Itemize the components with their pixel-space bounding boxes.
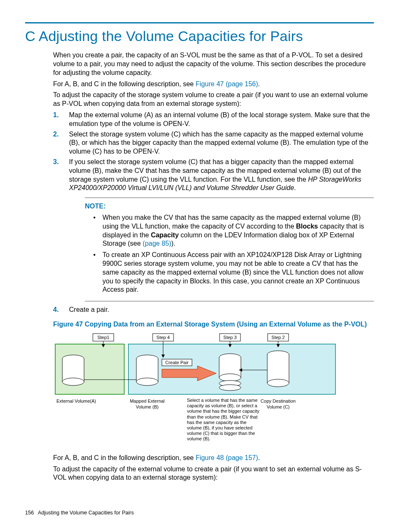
fig-step2-label: Step 2 bbox=[271, 335, 285, 340]
step-1-marker: 1. bbox=[53, 111, 59, 120]
fig-step1-label: Step1 bbox=[97, 335, 110, 340]
note-bullet-2: To create an XP Continuous Access pair w… bbox=[85, 251, 374, 294]
page-85-link[interactable]: (page 85) bbox=[143, 240, 171, 247]
note-bullet-1: When you make the CV that has the same c… bbox=[85, 213, 374, 248]
svg-rect-32 bbox=[267, 355, 289, 383]
nb1-blocks: Blocks bbox=[296, 223, 318, 230]
footer-page-number: 156 bbox=[25, 510, 34, 516]
figure-47-diagram: Step1 Step 4 Step 3 Step 2 bbox=[53, 332, 338, 449]
step-2-marker: 2. bbox=[53, 130, 59, 139]
adjust-capacity-intro-1: To adjust the capacity of the storage sy… bbox=[53, 91, 374, 108]
footer-text: Adjusting the Volume Capacities for Pair… bbox=[38, 510, 134, 516]
fig-step3-label: Step 3 bbox=[223, 335, 237, 340]
step-1-text: Map the external volume (A) as an intern… bbox=[69, 111, 370, 127]
note-bullets: When you make the CV that has the same c… bbox=[85, 213, 374, 294]
see2-pre: For A, B, and C in the following descrip… bbox=[53, 454, 196, 461]
see1-pre: For A, B, and C in the following descrip… bbox=[53, 80, 196, 87]
fig-copy-dest-1: Copy Destination bbox=[261, 398, 296, 403]
fig-step4-label: Step 4 bbox=[156, 335, 170, 340]
step-3-marker: 3. bbox=[53, 158, 59, 167]
fig-mapped-b-1: Mapped External bbox=[130, 398, 164, 403]
nb1-capacity: Capacity bbox=[151, 231, 179, 239]
note-block: NOTE: When you make the CV that has the … bbox=[85, 198, 374, 301]
procedure-list: 1. Map the external volume (A) as an int… bbox=[53, 111, 374, 314]
note-heading: NOTE: bbox=[85, 202, 374, 211]
step-3: 3. If you select the storage system volu… bbox=[53, 158, 374, 301]
step-4-text: Create a pair. bbox=[69, 306, 109, 313]
see-figure-47: For A, B, and C in the following descrip… bbox=[53, 80, 374, 89]
step-4: 4. Create a pair. bbox=[53, 306, 374, 314]
page-footer: 156 Adjusting the Volume Capacities for … bbox=[25, 509, 134, 516]
svg-point-18 bbox=[62, 378, 84, 386]
step-4-marker: 4. bbox=[53, 306, 59, 314]
fig-mapped-b-2: Volume (B) bbox=[136, 404, 159, 409]
page-title: C Adjusting the Volume Capacities for Pa… bbox=[25, 27, 374, 45]
see-figure-48: For A, B, and C in the following descrip… bbox=[53, 454, 374, 463]
see1-post: . bbox=[258, 80, 260, 87]
adjust-capacity-intro-2: To adjust the capacity of the external v… bbox=[53, 465, 374, 483]
svg-point-23 bbox=[136, 378, 158, 386]
figure-48-link[interactable]: Figure 48 (page 157) bbox=[196, 454, 258, 461]
top-rule bbox=[25, 22, 374, 23]
figure-47-title: Figure 47 Copying Data from an External … bbox=[53, 320, 374, 329]
fig-ext-a-label: External Volume(A) bbox=[56, 398, 96, 403]
step-1: 1. Map the external volume (A) as an int… bbox=[53, 111, 374, 129]
fig-create-pair-label: Create Pair bbox=[165, 360, 189, 365]
step-2: 2. Select the storage system volume (C) … bbox=[53, 130, 374, 156]
svg-point-28 bbox=[219, 374, 241, 381]
svg-point-35 bbox=[267, 379, 289, 387]
step-3-text-c: . bbox=[294, 184, 296, 191]
svg-point-30 bbox=[219, 385, 241, 391]
figure-47-link[interactable]: Figure 47 (page 156) bbox=[196, 80, 258, 87]
fig-select-text: Select a volume that has the same capaci… bbox=[187, 398, 260, 442]
step-2-text: Select the storage system volume (C) whi… bbox=[69, 131, 368, 155]
fig-copy-dest-2: Volume (C) bbox=[266, 404, 289, 409]
intro-paragraph: When you create a pair, the capacity of … bbox=[53, 51, 374, 77]
see2-post: . bbox=[258, 454, 260, 461]
nb1-d: ). bbox=[171, 240, 176, 247]
